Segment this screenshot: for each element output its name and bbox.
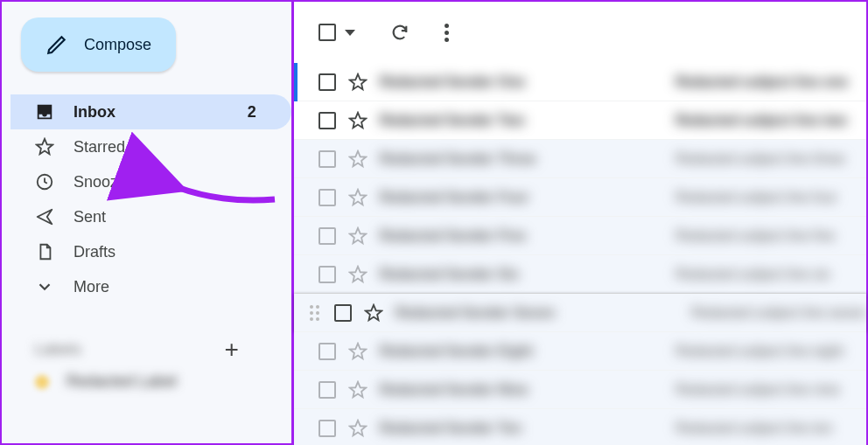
mail-sender: Redacted Sender Five (380, 228, 598, 244)
mail-row[interactable]: Redacted Sender ThreeRedacted subject li… (294, 140, 866, 178)
mail-star-icon[interactable] (364, 303, 383, 323)
svg-marker-10 (350, 381, 366, 396)
mail-subject: Redacted subject line ten (676, 421, 866, 436)
svg-marker-9 (350, 343, 366, 358)
mail-sender: Redacted Sender Three (380, 151, 598, 167)
mail-sender: Redacted Sender Ten (380, 421, 598, 436)
star-icon (35, 137, 54, 156)
svg-marker-3 (350, 112, 366, 127)
inbox-icon (35, 102, 54, 122)
nav-more[interactable]: More (10, 269, 291, 304)
mail-sender: Redacted Sender Eight (380, 344, 598, 359)
nav-snoozed[interactable]: Snoozed (10, 164, 291, 199)
toolbar (294, 2, 866, 63)
add-label-button[interactable]: + (225, 336, 239, 364)
mail-subject: Redacted subject line two (676, 113, 866, 129)
nav-snoozed-label: Snoozed (74, 173, 274, 191)
compose-label: Compose (84, 36, 151, 54)
svg-marker-6 (350, 227, 366, 242)
mail-star-icon[interactable] (348, 111, 368, 130)
compose-button[interactable]: Compose (21, 17, 176, 72)
mail-checkbox[interactable] (318, 150, 336, 168)
mail-sender: Redacted Sender Six (380, 267, 598, 282)
mail-checkbox[interactable] (334, 304, 352, 322)
svg-marker-11 (350, 420, 366, 435)
sent-icon (35, 207, 54, 226)
more-options-button[interactable] (444, 24, 449, 42)
caret-down-icon (345, 30, 355, 36)
mail-sender: Redacted Sender Two (380, 113, 598, 129)
chevron-down-icon (35, 277, 54, 296)
mail-sender: Redacted Sender One (380, 74, 598, 90)
mail-row[interactable]: Redacted Sender TenRedacted subject line… (294, 409, 866, 445)
svg-marker-8 (366, 304, 382, 319)
nav-starred-label: Starred (74, 138, 274, 156)
nav-list: Inbox 2 Starred Snoozed Sent (10, 94, 291, 304)
mail-subject: Redacted subject line four (676, 190, 866, 205)
mail-row[interactable]: Redacted Sender FourRedacted subject lin… (294, 178, 866, 217)
label-item[interactable]: Redacted Label (10, 364, 291, 391)
select-all-checkbox[interactable] (318, 24, 355, 41)
mail-star-icon[interactable] (348, 73, 368, 92)
label-color-dot (35, 375, 49, 389)
mail-checkbox[interactable] (318, 266, 336, 283)
mail-star-icon[interactable] (348, 226, 368, 246)
mail-star-icon[interactable] (348, 149, 368, 169)
mail-row[interactable]: Redacted Sender EightRedacted subject li… (294, 332, 866, 371)
app-frame: Compose Inbox 2 Starred Snoozed (0, 0, 868, 445)
mail-row[interactable]: Redacted Sender TwoRedacted subject line… (294, 101, 866, 140)
refresh-button[interactable] (390, 23, 410, 42)
nav-inbox-label: Inbox (74, 103, 228, 122)
sidebar: Compose Inbox 2 Starred Snoozed (2, 2, 291, 443)
mail-row[interactable]: Redacted Sender FiveRedacted subject lin… (294, 217, 866, 255)
mail-subject: Redacted subject line six (676, 267, 866, 282)
mail-row[interactable]: Redacted Sender NineRedacted subject lin… (294, 371, 866, 409)
mail-row[interactable]: Redacted Sender OneRedacted subject line… (294, 63, 866, 101)
drag-handle-icon[interactable] (310, 305, 322, 321)
svg-marker-2 (350, 73, 366, 88)
drafts-icon (35, 242, 54, 261)
mail-star-icon[interactable] (348, 419, 368, 438)
mail-checkbox[interactable] (318, 227, 336, 245)
mail-subject: Redacted subject line one (676, 74, 866, 90)
mail-star-icon[interactable] (348, 265, 368, 284)
mail-sender: Redacted Sender Seven (396, 305, 614, 321)
clock-icon (35, 172, 54, 191)
mail-checkbox[interactable] (318, 420, 336, 437)
mail-checkbox[interactable] (318, 73, 336, 91)
mail-subject: Redacted subject line seven (691, 305, 866, 321)
mail-list: Redacted Sender OneRedacted subject line… (294, 63, 866, 445)
nav-drafts[interactable]: Drafts (10, 234, 291, 269)
nav-more-label: More (74, 278, 274, 296)
mail-checkbox[interactable] (318, 343, 336, 360)
mail-subject: Redacted subject line nine (676, 382, 866, 398)
mail-subject: Redacted subject line three (676, 151, 866, 167)
svg-marker-7 (350, 266, 366, 281)
mail-star-icon[interactable] (348, 380, 368, 400)
mail-row[interactable]: Redacted Sender SevenRedacted subject li… (294, 294, 866, 332)
nav-sent[interactable]: Sent (10, 199, 291, 234)
label-name: Redacted Label (66, 372, 177, 391)
labels-heading: Labels (35, 342, 81, 358)
svg-marker-0 (37, 139, 52, 154)
labels-section: Labels + (10, 329, 291, 364)
main-pane: Redacted Sender OneRedacted subject line… (291, 2, 866, 443)
mail-sender: Redacted Sender Nine (380, 382, 598, 398)
mail-star-icon[interactable] (348, 188, 368, 207)
nav-drafts-label: Drafts (74, 243, 274, 261)
mail-checkbox[interactable] (318, 381, 336, 399)
mail-checkbox[interactable] (318, 189, 336, 206)
kebab-icon (444, 24, 449, 42)
nav-sent-label: Sent (74, 208, 274, 226)
mail-row[interactable]: Redacted Sender SixRedacted subject line… (294, 255, 866, 294)
mail-subject: Redacted subject line five (676, 228, 866, 244)
nav-inbox-badge: 2 (248, 103, 256, 122)
mail-subject: Redacted subject line eight (676, 344, 866, 359)
pencil-icon (46, 33, 68, 56)
nav-inbox[interactable]: Inbox 2 (10, 94, 291, 129)
svg-marker-4 (350, 150, 366, 165)
mail-star-icon[interactable] (348, 342, 368, 361)
mail-checkbox[interactable] (318, 112, 336, 129)
nav-starred[interactable]: Starred (10, 129, 291, 164)
svg-marker-5 (350, 189, 366, 204)
